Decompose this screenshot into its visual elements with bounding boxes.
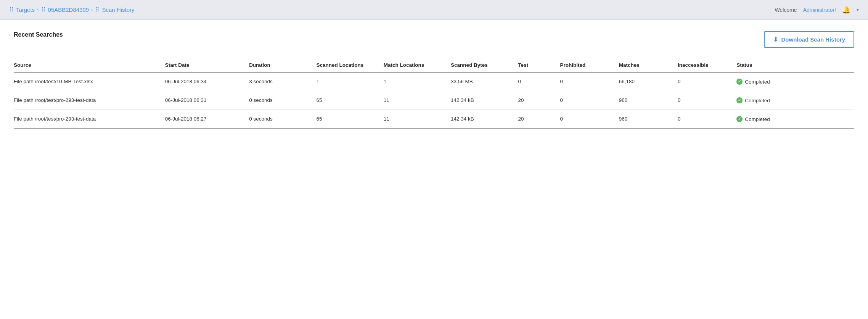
table-row: File path /root/test/pro-293-test-data06… bbox=[14, 91, 854, 110]
cell-inaccessible: 0 bbox=[678, 110, 736, 129]
cell-scanned-locations: 65 bbox=[316, 110, 383, 129]
col-header-prohibited: Prohibited bbox=[560, 58, 619, 72]
chevron-2: › bbox=[91, 7, 93, 13]
cell-inaccessible: 0 bbox=[678, 72, 736, 91]
status-badge: Completed bbox=[745, 116, 770, 122]
target-id-icon: ⠿ bbox=[41, 6, 46, 13]
col-header-match-locations: Match Locations bbox=[384, 58, 451, 72]
cell-matches: 960 bbox=[619, 91, 678, 110]
cell-scanned-bytes: 33.56 MB bbox=[451, 72, 518, 91]
nav-right: Welcome Administrator! 🔔 ▾ bbox=[775, 6, 859, 14]
col-header-matches: Matches bbox=[619, 58, 678, 72]
cell-start-date: 06-Jul-2018 06:31 bbox=[165, 91, 249, 110]
status-badge: Completed bbox=[745, 98, 770, 103]
chevron-1: › bbox=[37, 7, 39, 13]
breadcrumb: ⠿ Targets › ⠿ 05ABB2D84309 › ⠿ Scan Hist… bbox=[9, 6, 135, 13]
cell-matches: 66,180 bbox=[619, 72, 678, 91]
navbar: ⠿ Targets › ⠿ 05ABB2D84309 › ⠿ Scan Hist… bbox=[0, 0, 868, 20]
cell-prohibited: 0 bbox=[560, 91, 619, 110]
col-header-source: Source bbox=[14, 58, 165, 72]
cell-status: Completed bbox=[736, 91, 854, 110]
col-header-test: Test bbox=[518, 58, 560, 72]
completed-icon bbox=[736, 97, 743, 103]
table-row: File path /root/test/pro-293-test-data06… bbox=[14, 110, 854, 129]
col-header-scanned-locations: Scanned Locations bbox=[316, 58, 383, 72]
cell-start-date: 06-Jul-2018 06:34 bbox=[165, 72, 249, 91]
download-button-label: Download Scan History bbox=[781, 36, 845, 43]
admin-link[interactable]: Administrator! bbox=[803, 7, 836, 13]
cell-inaccessible: 0 bbox=[678, 91, 736, 110]
targets-link[interactable]: Targets bbox=[16, 6, 35, 13]
table-header-row: Source Start Date Duration Scanned Locat… bbox=[14, 58, 854, 72]
cell-status: Completed bbox=[736, 72, 854, 91]
header-row: Recent Searches ⬇ Download Scan History bbox=[14, 31, 854, 48]
download-scan-history-button[interactable]: ⬇ Download Scan History bbox=[764, 31, 854, 48]
cell-match-locations: 11 bbox=[384, 110, 451, 129]
cell-test: 20 bbox=[518, 91, 560, 110]
cell-scanned-bytes: 142.34 kB bbox=[451, 91, 518, 110]
cell-scanned-locations: 65 bbox=[316, 91, 383, 110]
targets-icon: ⠿ bbox=[9, 6, 14, 13]
bell-icon[interactable]: 🔔 bbox=[842, 6, 850, 14]
col-header-inaccessible: Inaccessible bbox=[678, 58, 736, 72]
cell-duration: 0 seconds bbox=[249, 110, 316, 129]
cell-duration: 0 seconds bbox=[249, 91, 316, 110]
cell-status: Completed bbox=[736, 110, 854, 129]
cell-source: File path /root/test/pro-293-test-data bbox=[14, 91, 165, 110]
scan-history-table: Source Start Date Duration Scanned Locat… bbox=[14, 58, 854, 129]
cell-test: 20 bbox=[518, 110, 560, 129]
target-id-link[interactable]: 05ABB2D84309 bbox=[48, 6, 89, 13]
main-content: Recent Searches ⬇ Download Scan History … bbox=[0, 20, 868, 319]
cell-source: File path /root/test/10-MB-Test.xlsx bbox=[14, 72, 165, 91]
cell-prohibited: 0 bbox=[560, 110, 619, 129]
completed-icon bbox=[736, 79, 743, 85]
cell-prohibited: 0 bbox=[560, 72, 619, 91]
col-header-scanned-bytes: Scanned Bytes bbox=[451, 58, 518, 72]
col-header-startdate: Start Date bbox=[165, 58, 249, 72]
caret-icon[interactable]: ▾ bbox=[857, 7, 859, 13]
cell-matches: 960 bbox=[619, 110, 678, 129]
cell-duration: 3 seconds bbox=[249, 72, 316, 91]
completed-icon bbox=[736, 116, 743, 122]
cell-match-locations: 11 bbox=[384, 91, 451, 110]
status-badge: Completed bbox=[745, 79, 770, 85]
table-row: File path /root/test/10-MB-Test.xlsx06-J… bbox=[14, 72, 854, 91]
cell-start-date: 06-Jul-2018 06:27 bbox=[165, 110, 249, 129]
col-header-duration: Duration bbox=[249, 58, 316, 72]
download-icon: ⬇ bbox=[773, 36, 778, 43]
cell-source: File path /root/test/pro-293-test-data bbox=[14, 110, 165, 129]
welcome-text: Welcome bbox=[775, 7, 797, 13]
cell-match-locations: 1 bbox=[384, 72, 451, 91]
scan-history-label: Scan History bbox=[102, 6, 134, 13]
col-header-status: Status bbox=[736, 58, 854, 72]
cell-scanned-locations: 1 bbox=[316, 72, 383, 91]
scan-history-icon: ⠿ bbox=[95, 6, 100, 13]
cell-test: 0 bbox=[518, 72, 560, 91]
cell-scanned-bytes: 142.34 kB bbox=[451, 110, 518, 129]
page-title: Recent Searches bbox=[14, 31, 63, 38]
